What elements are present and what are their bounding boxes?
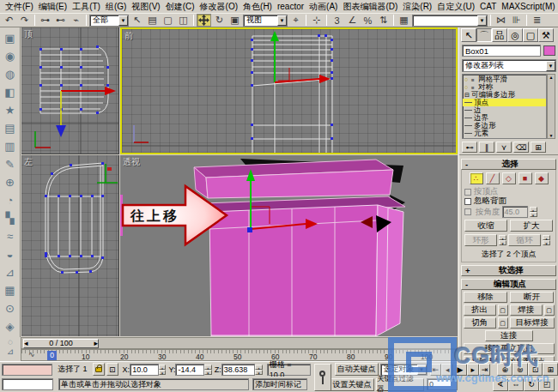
pin-stack-icon[interactable]: ⊷: [462, 142, 477, 153]
remove-isolated-vertices-button[interactable]: 移除孤立顶点: [464, 343, 555, 354]
menu-character[interactable]: 角色(H): [240, 1, 275, 13]
menu-views[interactable]: 视图(V): [129, 1, 162, 13]
selection-filter-dropdown[interactable]: 全部▼: [89, 15, 129, 27]
undo-icon[interactable]: ↶: [2, 14, 16, 27]
unlink-selection-icon[interactable]: ⊷: [53, 14, 68, 27]
next-frame-icon[interactable]: ▸: [467, 364, 479, 376]
auto-key-button[interactable]: 自动关键点: [335, 363, 379, 376]
menu-group[interactable]: 组(G): [103, 1, 129, 13]
x-spinner[interactable]: ▴▾: [159, 365, 167, 375]
polygon-subobject-icon[interactable]: ■: [519, 172, 532, 184]
menu-create[interactable]: 创建(C): [163, 1, 197, 13]
object-name-field[interactable]: Box01: [462, 45, 541, 57]
make-unique-icon[interactable]: ⋎: [496, 142, 512, 153]
selection-lock-icon[interactable]: [93, 363, 105, 376]
ring-spinner[interactable]: ▴▾: [499, 235, 506, 245]
select-by-name-icon[interactable]: ▤: [145, 14, 160, 27]
mini-curve-editor-icon[interactable]: ∿: [28, 350, 40, 361]
dropdown-arrow-icon[interactable]: ▼: [118, 15, 128, 26]
slider-left-arrow-icon[interactable]: ◂: [24, 339, 28, 347]
menu-graph-editors[interactable]: 图表编辑器(D): [340, 1, 400, 13]
zoom-viewport-icon[interactable]: ⊕: [497, 363, 513, 376]
stack-row-meshsmooth[interactable]: ○■网格平滑: [463, 75, 546, 83]
stack-scrollbar[interactable]: ▲ ▼: [547, 74, 555, 139]
shelf-icon-17[interactable]: ◈: [2, 317, 19, 335]
configure-modifier-sets-icon[interactable]: ⊞: [531, 142, 546, 153]
add-time-tag[interactable]: 添加时间标记: [252, 378, 307, 390]
arc-rotate-icon[interactable]: ↻: [524, 378, 539, 391]
edge-subobject-icon[interactable]: ╱: [486, 172, 500, 184]
chamfer-settings-icon[interactable]: ▢: [498, 317, 508, 329]
utilities-tab-icon[interactable]: ⚒: [538, 28, 554, 42]
element-subobject-icon[interactable]: ◆: [535, 172, 549, 184]
object-color-swatch[interactable]: [543, 45, 555, 56]
zoom-extents-all-icon[interactable]: ⊞: [543, 363, 558, 376]
viewport-top[interactable]: 顶: [21, 27, 119, 154]
loop-spinner[interactable]: ▴▾: [543, 235, 550, 245]
named-selection-dropdown[interactable]: ▼: [412, 15, 488, 27]
select-and-link-icon[interactable]: ⊶: [38, 14, 52, 27]
select-and-scale-icon[interactable]: ▣: [227, 14, 242, 27]
y-spinner[interactable]: ▴▾: [204, 365, 212, 375]
selection-rollout-header[interactable]: -选择: [461, 159, 556, 170]
stack-row-element[interactable]: 元素: [463, 130, 546, 137]
y-coordinate-field[interactable]: -14.4: [175, 364, 203, 376]
current-frame-field[interactable]: 0: [427, 378, 458, 390]
menu-rendering[interactable]: 渲染(R): [400, 1, 434, 13]
set-key-button[interactable]: 设置关键点: [330, 378, 374, 391]
shelf-icon-9[interactable]: ⊕: [2, 173, 19, 191]
layer-manager-icon[interactable]: ≣: [530, 14, 544, 27]
menu-reactor[interactable]: reactor: [275, 2, 306, 11]
field-of-view-icon[interactable]: ∢: [493, 378, 508, 391]
viewport-left[interactable]: 左: [21, 155, 119, 336]
z-spinner[interactable]: ▴▾: [255, 365, 263, 375]
menu-maxscript[interactable]: MAXScript(M): [499, 2, 557, 11]
viewport-left-label[interactable]: 左: [24, 156, 33, 168]
loop-button[interactable]: 循环: [508, 234, 541, 246]
viewport-perspective[interactable]: 透视 往上移: [120, 155, 458, 336]
menu-tools[interactable]: 工具(T): [70, 1, 103, 13]
shelf-icon-13[interactable]: ◒: [2, 245, 19, 263]
x-coordinate-field[interactable]: 10.0: [130, 364, 158, 376]
shelf-icon-1[interactable]: ▣: [2, 29, 19, 47]
bind-to-spacewarp-icon[interactable]: ⌁: [69, 14, 83, 27]
select-and-rotate-icon[interactable]: ↻: [212, 14, 227, 27]
viewport-front-label[interactable]: 前: [124, 30, 133, 42]
target-weld-button[interactable]: 目标焊接: [510, 317, 555, 329]
z-coordinate-field[interactable]: 38.638: [221, 364, 255, 376]
zoom-all-icon[interactable]: ⊛: [513, 363, 528, 376]
go-to-end-icon[interactable]: ⇥: [479, 364, 491, 376]
connect-button[interactable]: 连接: [485, 330, 533, 341]
border-subobject-icon[interactable]: ◇: [502, 172, 516, 184]
by-angle-checkbox[interactable]: [464, 208, 471, 215]
maxscript-mini-listener-white[interactable]: [2, 378, 53, 390]
go-to-start-icon[interactable]: ⇤: [430, 364, 442, 376]
shelf-icon-10[interactable]: ◔: [2, 191, 19, 209]
use-pivot-center-icon[interactable]: ⌖: [288, 14, 303, 27]
edit-vertices-rollout-header[interactable]: -编辑顶点: [461, 279, 556, 290]
zoom-extents-icon[interactable]: ⊡: [528, 363, 543, 376]
extrude-settings-icon[interactable]: ▢: [498, 305, 508, 316]
dropdown-arrow-icon[interactable]: ▼: [417, 365, 427, 375]
redo-icon[interactable]: ↷: [17, 14, 32, 27]
align-icon[interactable]: ⊪: [509, 14, 524, 27]
shelf-icon-8[interactable]: ✎: [2, 155, 19, 173]
chamfer-button[interactable]: 切角: [464, 317, 496, 329]
select-and-move-icon[interactable]: [197, 14, 211, 27]
corner-icon-1[interactable]: ◌: [8, 337, 13, 347]
window-crossing-icon[interactable]: ◫: [176, 14, 191, 27]
vertex-subobject-icon[interactable]: ∴: [470, 172, 483, 184]
corner-icon-2[interactable]: ⊿: [7, 347, 14, 356]
previous-frame-icon[interactable]: ◂: [441, 364, 453, 376]
menu-animation[interactable]: 动画(A): [306, 1, 340, 13]
menu-file[interactable]: 文件(F): [3, 1, 36, 13]
viewport-perspective-label[interactable]: 透视: [123, 156, 140, 168]
shelf-icon-7[interactable]: ▥: [2, 137, 19, 155]
create-tab-icon[interactable]: ↖: [461, 28, 476, 42]
menu-cat[interactable]: CAT: [477, 2, 499, 11]
shelf-icon-4[interactable]: ◧: [2, 83, 19, 101]
shelf-icon-5[interactable]: ★: [2, 101, 19, 119]
absolute-offset-toggle-icon[interactable]: ⊡: [106, 363, 118, 376]
hierarchy-tab-icon[interactable]: 品: [492, 28, 507, 42]
maxscript-mini-listener-pink[interactable]: [2, 364, 52, 376]
